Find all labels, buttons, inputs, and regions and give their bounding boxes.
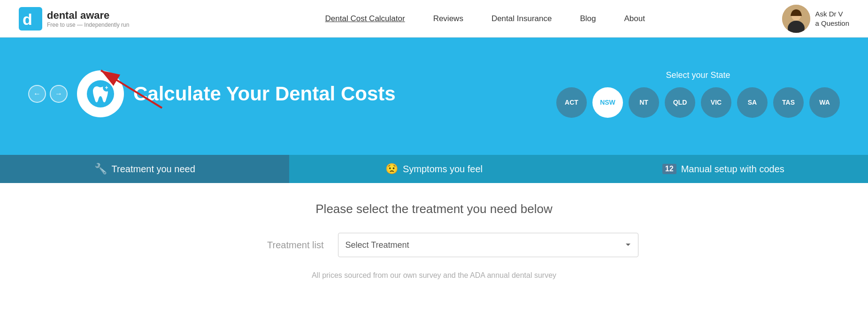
nav-arrows: ← → bbox=[28, 85, 68, 103]
nav-about[interactable]: About bbox=[624, 14, 645, 23]
tab-manual-label: Manual setup with codes bbox=[681, 164, 784, 175]
state-btn-act[interactable]: ACT bbox=[556, 87, 587, 118]
back-button[interactable]: ← bbox=[28, 85, 46, 103]
main-nav: Dental Cost Calculator Reviews Dental In… bbox=[188, 14, 782, 23]
state-selector: Select your State ACT NSW NT QLD VIC SA … bbox=[556, 70, 840, 118]
logo-title: dental aware bbox=[47, 9, 129, 22]
main-content: Please select the treatment you need bel… bbox=[0, 183, 868, 298]
logo-subtitle: Free to use — Independently run bbox=[47, 22, 129, 28]
state-btn-qld[interactable]: QLD bbox=[665, 87, 695, 118]
tab-treatment[interactable]: 🔧 Treatment you need bbox=[0, 155, 289, 183]
face-icon: 😟 bbox=[385, 163, 398, 175]
ask-dr-section[interactable]: Ask Dr V a Question bbox=[782, 5, 849, 33]
red-arrow bbox=[92, 66, 167, 115]
treatment-select[interactable]: Select Treatment bbox=[338, 233, 638, 257]
logo-icon: d bbox=[19, 7, 42, 31]
forward-button[interactable]: → bbox=[50, 85, 68, 103]
svg-line-10 bbox=[101, 70, 162, 108]
tabs-bar: 🔧 Treatment you need 😟 Symptoms you feel… bbox=[0, 155, 868, 183]
nav-dental-cost-calculator[interactable]: Dental Cost Calculator bbox=[325, 14, 405, 23]
logo-text: dental aware Free to use — Independently… bbox=[47, 9, 129, 28]
header: d dental aware Free to use — Independent… bbox=[0, 0, 868, 38]
state-btn-wa[interactable]: WA bbox=[809, 87, 840, 118]
treatment-row: Treatment list Select Treatment bbox=[28, 233, 840, 257]
hero-left: ← → + Calculate Your Dental Costs bbox=[28, 70, 396, 117]
state-btn-nt[interactable]: NT bbox=[629, 87, 659, 118]
nav-reviews[interactable]: Reviews bbox=[433, 14, 463, 23]
state-btn-tas[interactable]: TAS bbox=[773, 87, 804, 118]
state-btn-vic[interactable]: VIC bbox=[701, 87, 731, 118]
state-btn-sa[interactable]: SA bbox=[737, 87, 768, 118]
avatar bbox=[782, 5, 810, 33]
nav-blog[interactable]: Blog bbox=[580, 14, 596, 23]
nav-dental-insurance[interactable]: Dental Insurance bbox=[492, 14, 552, 23]
ask-dr-label: Ask Dr V a Question bbox=[815, 9, 849, 28]
hero-section: ← → + Calculate Your Dental Costs bbox=[0, 38, 868, 155]
state-btn-nsw[interactable]: NSW bbox=[592, 87, 623, 118]
logo-area: d dental aware Free to use — Independent… bbox=[19, 7, 141, 31]
tab-treatment-label: Treatment you need bbox=[112, 164, 195, 175]
state-label: Select your State bbox=[556, 70, 840, 80]
codes-icon: 12 bbox=[662, 164, 676, 174]
footer-note: All prices sourced from our own survey a… bbox=[28, 271, 840, 280]
hero-title: Calculate Your Dental Costs bbox=[133, 83, 396, 105]
tab-symptoms-label: Symptoms you feel bbox=[403, 164, 483, 175]
tab-symptoms[interactable]: 😟 Symptoms you feel bbox=[289, 155, 578, 183]
wrench-icon: 🔧 bbox=[94, 163, 107, 175]
tab-manual[interactable]: 12 Manual setup with codes bbox=[579, 155, 868, 183]
content-title: Please select the treatment you need bel… bbox=[28, 202, 840, 216]
treatment-list-label: Treatment list bbox=[230, 240, 324, 251]
state-buttons: ACT NSW NT QLD VIC SA TAS WA bbox=[556, 87, 840, 118]
svg-text:d: d bbox=[23, 10, 32, 28]
